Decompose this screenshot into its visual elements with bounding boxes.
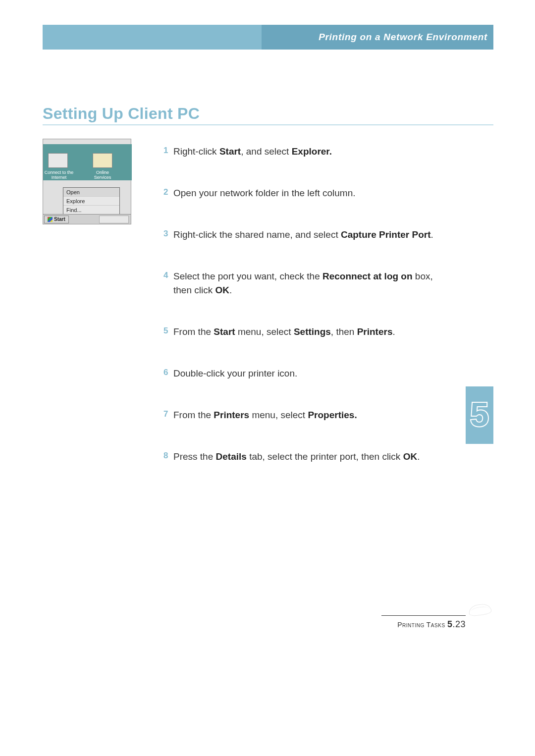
bold-term: Details (216, 451, 247, 462)
bold-term: Printers (357, 326, 393, 337)
text-run: , then (331, 326, 357, 337)
taskbar: Start (43, 214, 131, 224)
step-number: 5 (163, 325, 173, 339)
footer-rule (381, 615, 466, 616)
bold-term: Capture Printer Port (341, 229, 431, 240)
step-item: 1Right-click Start, and select Explorer. (163, 145, 449, 159)
bold-term: Properties. (308, 410, 357, 420)
steps-list: 1Right-click Start, and select Explorer.… (163, 145, 449, 491)
page-curl-icon (468, 603, 492, 617)
screenshot-figure: Connect to the Internet Online Services … (43, 139, 131, 224)
step-number: 6 (163, 367, 173, 380)
header-title: Printing on a Network Environment (319, 32, 487, 43)
text-run: Right-click (173, 146, 219, 157)
text-run: From the (173, 410, 214, 420)
step-number: 4 (163, 270, 173, 297)
desktop-icon-label: Online Services (88, 170, 117, 180)
desktop-icon-online-services (93, 153, 112, 168)
footer-text: Printing Tasks 5.23 (397, 619, 466, 630)
text-run: Open your network folder in the left col… (173, 188, 356, 198)
footer-page-major: 5 (447, 619, 453, 629)
system-tray (99, 216, 129, 223)
text-run: . (417, 451, 420, 462)
text-run: Right-click the shared name, and select (173, 229, 341, 240)
text-run: . (229, 285, 232, 295)
text-run: Select the port you want, check the (173, 271, 322, 281)
text-run: menu, select (235, 326, 294, 337)
footer-section: Printing Tasks (397, 621, 445, 629)
step-number: 2 (163, 186, 173, 200)
step-text: Double-click your printer icon. (173, 367, 297, 380)
bold-term: Reconnect at log on (322, 271, 413, 281)
text-run: Double-click your printer icon. (173, 368, 297, 378)
chapter-number-glyph: 5 (470, 395, 489, 433)
step-text: Select the port you want, check the Reco… (173, 270, 449, 297)
step-item: 5From the Start menu, select Settings, t… (163, 325, 449, 339)
section-rule (43, 124, 493, 125)
step-item: 2Open your network folder in the left co… (163, 186, 449, 200)
desktop-icon-label: Connect to the Internet (44, 170, 74, 180)
text-run: . (431, 229, 433, 240)
desktop-icon-connect-internet (48, 153, 68, 168)
windows-logo-icon (48, 217, 53, 222)
start-button: Start (44, 216, 69, 223)
bold-term: Explorer. (292, 146, 332, 157)
bold-term: Start (214, 326, 235, 337)
section-title: Setting Up Client PC (43, 105, 200, 123)
step-item: 4Select the port you want, check the Rec… (163, 270, 449, 297)
step-text: Right-click the shared name, and select … (173, 228, 433, 242)
context-menu: Open Explore Find... (63, 187, 120, 215)
menu-item-find: Find... (63, 206, 119, 215)
text-run: . (392, 326, 395, 337)
bold-term: Settings (294, 326, 331, 337)
step-item: 8Press the Details tab, select the print… (163, 450, 449, 464)
step-item: 3Right-click the shared name, and select… (163, 228, 449, 242)
step-number: 7 (163, 408, 173, 422)
bold-term: Start (219, 146, 241, 157)
step-text: Press the Details tab, select the printe… (173, 450, 420, 464)
step-item: 6Double-click your printer icon. (163, 367, 449, 380)
text-run: Press the (173, 451, 216, 462)
screenshot-desktop-area: Connect to the Internet Online Services (43, 144, 132, 180)
text-run: , and select (241, 146, 291, 157)
bold-term: OK (403, 451, 418, 462)
text-run: menu, select (249, 410, 308, 420)
step-text: Open your network folder in the left col… (173, 186, 356, 200)
chapter-tab: 5 (466, 386, 493, 444)
footer-page-minor: .23 (452, 619, 466, 629)
start-label: Start (54, 216, 65, 222)
menu-item-open: Open (63, 188, 119, 197)
text-run: tab, select the printer port, then click (247, 451, 403, 462)
text-run: From the (173, 326, 214, 337)
step-text: Right-click Start, and select Explorer. (173, 145, 332, 159)
step-number: 3 (163, 228, 173, 242)
menu-item-explore: Explore (63, 197, 119, 206)
step-number: 1 (163, 145, 173, 159)
chapter-number-icon: 5 (470, 395, 489, 435)
step-text: From the Start menu, select Settings, th… (173, 325, 395, 339)
step-number: 8 (163, 450, 173, 464)
bold-term: OK (215, 285, 229, 295)
step-text: From the Printers menu, select Propertie… (173, 408, 357, 422)
step-item: 7From the Printers menu, select Properti… (163, 408, 449, 422)
header-title-block: Printing on a Network Environment (262, 25, 493, 50)
bold-term: Printers (214, 410, 249, 420)
